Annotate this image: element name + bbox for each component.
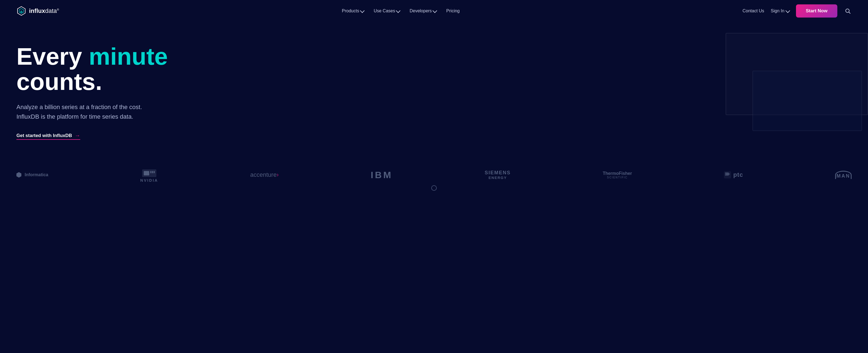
nav-right: Contact Us Sign In Start Now: [743, 4, 851, 18]
deco-box: [725, 33, 868, 115]
sign-in-button[interactable]: Sign In: [771, 8, 789, 13]
thermofisher-label: ThermoFisher: [603, 171, 632, 176]
scientific-label: SCIENTIFIC: [607, 176, 628, 179]
chevron-down-icon: [785, 8, 790, 13]
svg-marker-2: [20, 10, 23, 13]
svg-rect-8: [152, 171, 153, 173]
nav-item-products[interactable]: Products: [342, 8, 364, 13]
search-icon: [845, 8, 850, 14]
informatica-label: Informatica: [25, 172, 48, 177]
scroll-dot: [431, 185, 437, 191]
deco-box-inner: [752, 71, 862, 131]
hero-subtext: Analyze a billion series at a fraction o…: [17, 102, 192, 121]
logo-ptc: ptc: [724, 171, 743, 178]
logo-siemens: SIEMENS ENERGY: [485, 170, 511, 180]
logo-nvidia: NVIDIA NVIDIA: [140, 167, 158, 182]
svg-rect-6: [144, 171, 149, 175]
informatica-icon: [17, 172, 21, 178]
logo[interactable]: influxdata®: [17, 6, 59, 16]
chevron-down-icon: [396, 8, 400, 13]
hero-cta-text: Get started with InfluxDB: [17, 133, 72, 139]
search-button[interactable]: [844, 7, 851, 15]
navbar: influxdata® Products Use Cases Developer…: [0, 0, 868, 22]
ptc-icon: [724, 171, 731, 178]
siemens-label: SIEMENS: [485, 170, 511, 176]
logos-section: Informatica NVIDIA NVIDIA accenture› IBM: [0, 156, 868, 207]
svg-rect-7: [150, 171, 151, 173]
contact-us-link[interactable]: Contact Us: [743, 8, 764, 13]
siemens-energy-label: ENERGY: [489, 176, 507, 180]
logo-informatica: Informatica: [17, 172, 48, 178]
logo-accenture: accenture›: [250, 171, 279, 178]
nvidia-label: NVIDIA: [140, 178, 158, 182]
start-now-button[interactable]: Start Now: [796, 4, 837, 18]
man-label: MAN: [837, 173, 850, 179]
hero-headline: Every minute counts.: [17, 44, 236, 94]
logos-row: Informatica NVIDIA NVIDIA accenture› IBM: [17, 167, 851, 182]
logo-ibm: IBM: [371, 170, 393, 180]
logo-icon: [17, 6, 26, 16]
headline-highlight: minute: [89, 43, 167, 70]
nvidia-icon: NVIDIA: [141, 167, 157, 179]
chevron-down-icon: [432, 8, 437, 13]
headline-part2: counts.: [17, 68, 102, 95]
logo-text: influxdata®: [29, 7, 59, 14]
headline-part1: Every: [17, 43, 89, 70]
logo-thermofisher: ThermoFisher SCIENTIFIC: [603, 171, 632, 179]
svg-rect-9: [154, 171, 155, 173]
arrow-right-icon: →: [75, 133, 80, 139]
nav-item-use-cases[interactable]: Use Cases: [374, 8, 400, 13]
hero-cta-link[interactable]: Get started with InfluxDB →: [17, 133, 80, 140]
nav-item-pricing[interactable]: Pricing: [446, 8, 460, 13]
chevron-down-icon: [360, 8, 365, 13]
ptc-label: ptc: [733, 171, 743, 178]
ibm-label: IBM: [371, 170, 393, 180]
svg-line-4: [849, 12, 850, 13]
scroll-indicator: [17, 185, 851, 191]
logo-man: MAN: [835, 171, 851, 179]
nav-item-developers[interactable]: Developers: [410, 8, 436, 13]
hero-content: Every minute counts. Analyze a billion s…: [17, 44, 236, 140]
hero-section: Every minute counts. Analyze a billion s…: [0, 22, 868, 156]
nav-center: Products Use Cases Developers Pricing: [342, 8, 460, 13]
accenture-label: accenture›: [250, 171, 279, 178]
